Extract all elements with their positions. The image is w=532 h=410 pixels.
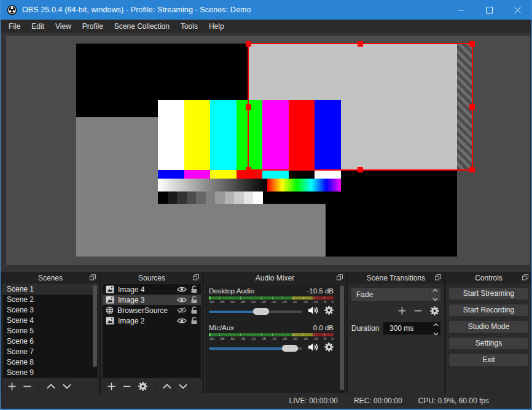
menu-item-view[interactable]: View: [50, 22, 77, 31]
selection-handle-bottom-right[interactable]: [469, 167, 475, 172]
meter-tick-label: -45: [240, 300, 246, 304]
menu-item-edit[interactable]: Edit: [26, 22, 50, 31]
menu-item-help[interactable]: Help: [203, 22, 230, 31]
lock-icon[interactable]: [190, 296, 198, 304]
combo-spinner[interactable]: [429, 288, 440, 301]
selection-handle-top-middle[interactable]: [358, 41, 363, 47]
dock-float-icon[interactable]: [522, 274, 528, 280]
selection-handle-bottom-left[interactable]: [246, 167, 251, 172]
scrollbar-thumb[interactable]: [340, 285, 344, 390]
lock-icon[interactable]: [190, 285, 198, 293]
add-source-button[interactable]: [108, 382, 115, 390]
selection-handle-middle-right[interactable]: [469, 104, 475, 110]
chevron-down-icon[interactable]: [433, 329, 439, 338]
add-transition-button[interactable]: [398, 307, 406, 315]
exit-button[interactable]: Exit: [449, 354, 528, 366]
start-streaming-button[interactable]: Start Streaming: [449, 288, 528, 300]
meter-tick-label: -60: [209, 300, 214, 304]
meter-tick-label: -60: [209, 337, 214, 341]
visibility-eye-icon[interactable]: [177, 286, 187, 293]
move-scene-up-button[interactable]: [47, 384, 55, 389]
mixer-scrollbar[interactable]: [339, 285, 345, 393]
scene-item[interactable]: Scene 2: [3, 295, 98, 305]
selection-handle-bottom-middle[interactable]: [358, 167, 363, 172]
remove-transition-button[interactable]: [414, 307, 422, 315]
lock-icon[interactable]: [190, 306, 198, 314]
menu-item-tools[interactable]: Tools: [175, 22, 203, 31]
settings-button[interactable]: Settings: [449, 338, 528, 349]
pattern-step: [225, 191, 235, 204]
speaker-icon[interactable]: [308, 306, 319, 317]
channel-gear-icon[interactable]: [324, 306, 334, 317]
selection-handle-top-left[interactable]: [246, 41, 251, 47]
source-item[interactable]: Image 3: [103, 295, 201, 305]
scene-item[interactable]: Scene 8: [3, 357, 98, 368]
remove-source-button[interactable]: [123, 382, 131, 390]
visibility-eye-icon[interactable]: [177, 317, 187, 324]
visibility-eye-icon[interactable]: [177, 296, 187, 303]
preview-area: [6, 36, 530, 265]
add-scene-button[interactable]: [8, 382, 16, 390]
source-item[interactable]: Image 4: [103, 284, 201, 295]
dock-float-icon[interactable]: [193, 274, 199, 280]
chevron-down-icon[interactable]: [432, 295, 438, 303]
title-bar: OBS 25.0.4 (64-bit, windows) - Profile: …: [1, 0, 531, 20]
selection-handle-top-right[interactable]: [469, 41, 475, 47]
scrollbar-thumb[interactable]: [93, 285, 97, 367]
move-source-down-button[interactable]: [179, 384, 187, 389]
chevron-up-icon[interactable]: [432, 285, 438, 294]
source-properties-gear-icon[interactable]: [138, 382, 147, 391]
dock-float-icon[interactable]: [90, 274, 96, 280]
transition-select[interactable]: Fade: [351, 288, 440, 301]
chevron-up-icon[interactable]: [433, 320, 439, 328]
close-button[interactable]: [503, 0, 531, 20]
pattern-bar: [184, 100, 211, 170]
duration-spinner[interactable]: [433, 320, 440, 338]
selection-border[interactable]: [248, 43, 473, 171]
meter-tick-label: -25: [281, 300, 287, 304]
volume-slider-handle[interactable]: [253, 308, 269, 315]
scene-item[interactable]: Scene 9: [3, 368, 98, 378]
studio-mode-button[interactable]: Studio Mode: [449, 321, 528, 333]
scene-item[interactable]: Scene 1: [3, 284, 98, 295]
duration-label: Duration: [351, 324, 383, 333]
menu-item-scene-collection[interactable]: Scene Collection: [109, 22, 175, 31]
menu-item-file[interactable]: File: [3, 22, 26, 31]
transition-properties-gear-icon[interactable]: [430, 306, 439, 315]
pattern-step: [187, 191, 197, 204]
move-scene-down-button[interactable]: [63, 384, 71, 389]
scene-item[interactable]: Scene 6: [3, 336, 98, 347]
meter-tick-label: -55: [219, 337, 225, 341]
scenes-list: Scene 1Scene 2Scene 3Scene 4Scene 5Scene…: [3, 284, 98, 378]
pattern-step: [215, 191, 225, 204]
scenes-scrollbar[interactable]: [93, 285, 97, 377]
channel-gear-icon[interactable]: [324, 342, 334, 354]
speaker-icon[interactable]: [308, 342, 319, 354]
minimize-button[interactable]: [447, 0, 475, 20]
start-recording-button[interactable]: Start Recording: [449, 304, 528, 316]
source-item[interactable]: Image 2: [103, 315, 201, 326]
meter-tick-label: -5: [323, 300, 326, 304]
scene-item[interactable]: Scene 4: [3, 315, 98, 326]
volume-slider[interactable]: [209, 311, 302, 313]
dock-float-icon[interactable]: [435, 274, 441, 280]
move-source-up-button[interactable]: [163, 384, 171, 389]
menu-item-profile[interactable]: Profile: [77, 22, 109, 31]
remove-scene-button[interactable]: [23, 382, 31, 390]
scene-item[interactable]: Scene 3: [3, 305, 98, 315]
duration-input[interactable]: 300 ms: [383, 322, 440, 335]
pattern-step: [244, 191, 254, 204]
meter-tick-label: -50: [230, 300, 235, 304]
volume-slider-handle[interactable]: [282, 345, 298, 352]
dock-float-icon[interactable]: [337, 274, 343, 280]
lock-icon[interactable]: [190, 317, 198, 325]
volume-slider[interactable]: [209, 347, 302, 350]
source-item[interactable]: BrowserSource: [103, 305, 201, 315]
scene-item[interactable]: Scene 5: [3, 326, 98, 336]
maximize-button[interactable]: [475, 0, 503, 20]
selection-handle-middle-left[interactable]: [246, 104, 251, 110]
volume-slider-fill: [209, 347, 290, 350]
visibility-eye-off-icon[interactable]: [177, 307, 187, 314]
scene-item[interactable]: Scene 7: [3, 347, 98, 357]
audio-mixer-title: Audio Mixer: [256, 274, 294, 282]
